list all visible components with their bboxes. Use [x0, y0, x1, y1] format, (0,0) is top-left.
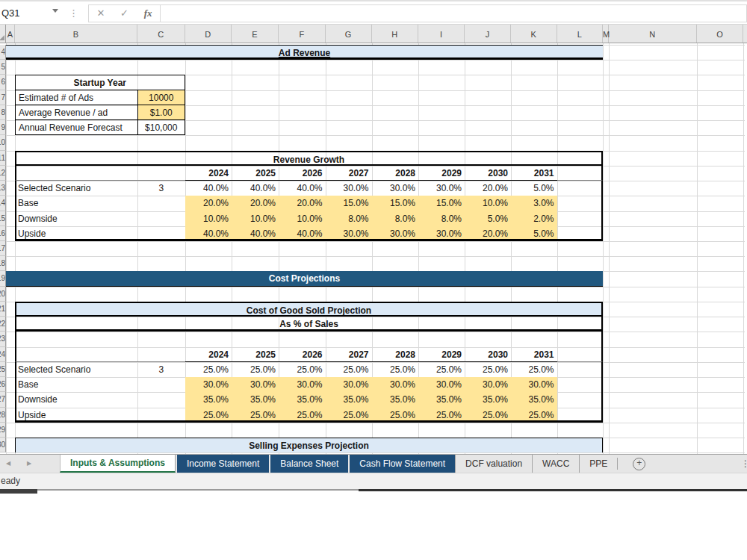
tab-ppe[interactable]: PPE	[579, 455, 617, 473]
row-header-5[interactable]: 5	[0, 60, 6, 75]
cell-B11[interactable]: Revenue Growth	[15, 151, 603, 166]
row-header-27[interactable]: 27	[0, 392, 6, 407]
select-all-corner[interactable]	[0, 25, 6, 43]
cell-J12[interactable]: 2030	[465, 166, 511, 181]
column-header-B[interactable]: B	[15, 25, 137, 43]
row-header-19[interactable]: 19	[0, 271, 6, 286]
column-header-G[interactable]: G	[326, 25, 372, 43]
row-header-28[interactable]: 28	[0, 408, 6, 423]
tab-inputs-assumptions[interactable]: Inputs & Assumptions	[60, 455, 176, 473]
tab-list-more-button[interactable]: ⋮	[741, 455, 747, 473]
excel-window: Q31 ⋮ ✕ ✓ fx ABCDEFGHIJKLMNO 45678910111…	[0, 0, 747, 560]
row-header-20[interactable]: 20	[0, 287, 6, 302]
row-header-24[interactable]: 24	[0, 347, 6, 362]
cell-J24[interactable]: 2030	[465, 347, 511, 362]
column-header-A[interactable]: A	[6, 25, 15, 43]
cell-K12[interactable]: 2031	[511, 166, 557, 181]
column-header-K[interactable]: K	[511, 25, 557, 43]
enter-icon[interactable]: ✓	[113, 5, 137, 22]
cell-I24[interactable]: 2029	[418, 347, 465, 362]
cell-B9[interactable]: Annual Revenue Forecast	[15, 120, 137, 135]
table-border-frame	[15, 332, 603, 346]
tab-wacc[interactable]: WACC	[532, 455, 579, 473]
row-header-6[interactable]: 6	[0, 75, 6, 90]
row-header-12[interactable]: 12	[0, 166, 6, 181]
row-header-30[interactable]: 30	[0, 438, 6, 452]
row-header-26[interactable]: 26	[0, 377, 6, 392]
row-header-21[interactable]: 21	[0, 302, 6, 317]
cell-I12[interactable]: 2029	[418, 166, 465, 181]
column-header-D[interactable]: D	[185, 25, 232, 43]
formula-button-group: ✕ ✓ fx	[88, 4, 161, 22]
tab-cash-flow-statement[interactable]: Cash Flow Statement	[350, 455, 455, 473]
row-header-4[interactable]: 4	[0, 45, 6, 60]
cell-A19[interactable]: Cost Projections	[6, 271, 603, 286]
row-header-16[interactable]: 16	[0, 226, 6, 241]
cell-C9[interactable]: $10,000	[137, 120, 185, 135]
row-header-22[interactable]: 22	[0, 317, 6, 332]
tab-balance-sheet[interactable]: Balance Sheet	[270, 455, 348, 473]
column-header-C[interactable]: C	[137, 25, 185, 43]
row-header-29[interactable]: 29	[0, 423, 6, 438]
tab-dcf-valuation[interactable]: DCF valuation	[455, 455, 532, 473]
cell-C7[interactable]: 10000	[137, 90, 185, 105]
cell-B8[interactable]: Average Revenue / ad	[15, 105, 137, 120]
cell-B30[interactable]: Selling Expenses Projection	[15, 438, 603, 452]
column-header-J[interactable]: J	[465, 25, 511, 43]
cell-G24[interactable]: 2027	[326, 347, 372, 362]
row-header-10[interactable]: 10	[0, 135, 6, 150]
row-header-23[interactable]: 23	[0, 332, 6, 346]
cell-B22[interactable]: As % of Sales	[15, 317, 603, 332]
tab-scroll-left-icon[interactable]: ◀	[6, 455, 10, 473]
cell-E12[interactable]: 2025	[232, 166, 279, 181]
row-header-13[interactable]: 13	[0, 181, 6, 196]
table-border-frame	[15, 362, 603, 423]
cell-E24[interactable]: 2025	[232, 347, 279, 362]
cell-F24[interactable]: 2026	[279, 347, 326, 362]
column-header-F[interactable]: F	[279, 25, 326, 43]
tab-income-statement[interactable]: Income Statement	[177, 455, 269, 473]
column-header-I[interactable]: I	[418, 25, 465, 43]
tab-scroll-right-icon[interactable]: ▶	[27, 455, 31, 473]
cell-D24[interactable]: 2024	[185, 347, 232, 362]
row-header-14[interactable]: 14	[0, 196, 6, 211]
cell-B6[interactable]: Startup Year	[15, 75, 185, 90]
row-header-8[interactable]: 8	[0, 105, 6, 120]
new-sheet-button[interactable]: +	[633, 458, 645, 470]
column-header-O[interactable]: O	[697, 25, 743, 43]
cell-K24[interactable]: 2031	[511, 347, 557, 362]
column-header-L[interactable]: L	[557, 25, 604, 43]
cell-A4[interactable]: Ad Revenue	[6, 45, 603, 60]
cell-H24[interactable]: 2028	[372, 347, 419, 362]
row-header-7[interactable]: 7	[0, 90, 6, 105]
row-header-11[interactable]: 11	[0, 151, 6, 166]
cell-B7[interactable]: Estimated # of Ads	[15, 90, 137, 105]
row-header-25[interactable]: 25	[0, 362, 6, 377]
cell-H12[interactable]: 2028	[372, 166, 419, 181]
cell-C8[interactable]: $1.00	[137, 105, 185, 120]
column-header-M[interactable]: M	[603, 25, 609, 43]
tab-separator	[617, 458, 618, 470]
column-header-N[interactable]: N	[609, 25, 698, 43]
name-box[interactable]: Q31	[0, 4, 64, 22]
gridline-h	[6, 241, 745, 242]
row-header-17[interactable]: 17	[0, 241, 6, 256]
row-header-9[interactable]: 9	[0, 120, 6, 135]
cell-B21[interactable]: Cost of Good Sold Projection	[15, 302, 603, 317]
sheet-tab-bar: ◀ ▶ Inputs & AssumptionsIncome Statement…	[0, 454, 747, 473]
formula-bar-input[interactable]	[161, 4, 747, 22]
sheet-tab-strip: Inputs & AssumptionsIncome StatementBala…	[60, 455, 645, 473]
name-box-dropdown-icon[interactable]	[52, 9, 58, 13]
insert-function-icon[interactable]: fx	[136, 5, 160, 22]
cell-D12[interactable]: 2024	[185, 166, 232, 181]
row-header-18[interactable]: 18	[0, 256, 6, 271]
column-header-H[interactable]: H	[372, 25, 419, 43]
formula-toolbar: Q31 ⋮ ✕ ✓ fx	[0, 0, 747, 25]
cancel-icon[interactable]: ✕	[89, 5, 113, 22]
column-header-strip: ABCDEFGHIJKLMNO	[0, 25, 747, 43]
cell-G12[interactable]: 2027	[326, 166, 372, 181]
row-header-15[interactable]: 15	[0, 211, 6, 226]
column-header-E[interactable]: E	[232, 25, 279, 43]
gridline-h	[6, 256, 745, 257]
cell-F12[interactable]: 2026	[279, 166, 326, 181]
